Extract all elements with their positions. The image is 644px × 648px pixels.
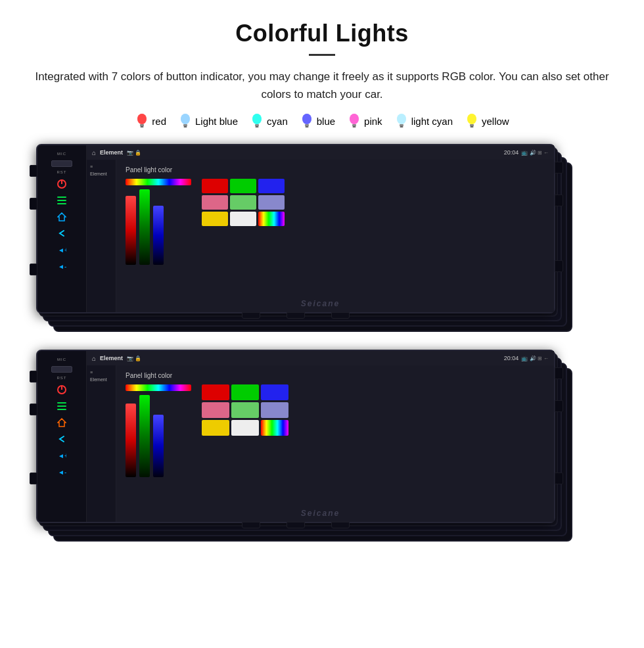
color-label-yellow: yellow [482,116,509,127]
svg-marker-33 [58,213,66,221]
b-vol-down-btn[interactable]: ◄- [55,465,68,478]
svg-rect-23 [400,126,403,127]
b-grid-cell-lightblue2[interactable] [261,402,288,418]
svg-rect-6 [183,124,187,126]
grid-cell-red[interactable] [202,179,228,193]
b-grid-cell-green[interactable] [231,384,259,400]
grid-row-1 [202,179,285,193]
menu-btn[interactable] [55,194,68,207]
home-btn[interactable] [55,210,68,223]
grid-cell-white[interactable] [230,212,256,226]
b-device-screen: ⌂ Element 📷 🔒 20:04 📺 🔊 ⊞ ← ≡ Element [87,351,554,522]
main-device-top: MIC RST [36,144,555,313]
back-btn[interactable] [55,227,68,240]
b-android-topbar: ⌂ Element 📷 🔒 20:04 📺 🔊 ⊞ ← [87,351,554,365]
b-grid-cell-yellow[interactable] [202,420,229,436]
color-item-cyan: cyan [250,112,288,129]
svg-rect-11 [256,126,259,127]
b-grid-row-2 [202,402,288,418]
bottom-tabs [242,312,350,319]
svg-rect-3 [141,126,144,127]
b-left-side-panel: MIC RST ◄+ [37,351,87,522]
b-bottom-tab-3 [331,522,350,528]
b-grid-cell-blue[interactable] [261,384,288,400]
svg-text:◄+: ◄+ [58,246,66,254]
grid-cell-yellow[interactable] [202,212,228,226]
svg-point-9 [252,114,262,124]
topbar-time: 20:04 [504,149,519,156]
b-grid-cell-lightgreen[interactable] [231,402,259,418]
page-title: Colorful Lights [26,20,618,47]
nav-element-label: Element [89,170,114,177]
main-device-bottom: MIC RST ◄+ [36,350,555,523]
color-indicators: red Light blue cyan [26,112,618,129]
b-panel-light-title: Panel light color [126,372,545,379]
b-power-btn[interactable] [55,383,68,396]
grid-cell-pink[interactable] [202,195,228,210]
color-label-blue: blue [317,116,335,127]
svg-rect-31 [57,200,66,201]
grid-cell-lightblue2[interactable] [258,195,285,210]
color-item-red: red [135,112,166,129]
svg-rect-19 [353,126,356,127]
b-mount-tab-left-mid [30,404,37,415]
spectrum-bar [126,179,191,185]
svg-rect-2 [140,124,144,126]
b-vol-up-btn[interactable]: ◄+ [55,449,68,462]
b-screen-nav: ≡ Element [87,365,116,522]
power-btn[interactable] [55,177,68,191]
svg-text:◄+: ◄+ [58,452,66,459]
b-bottom-tabs [242,522,350,528]
b-mount-tab-left-bot [30,473,37,484]
svg-rect-18 [352,124,356,126]
b-screen-content: ≡ Element Panel light color [87,365,554,522]
bottom-tab-2 [287,312,305,319]
svg-rect-26 [470,124,474,126]
b-grid-cell-red[interactable] [202,384,229,400]
mic-label: MIC [57,152,66,156]
color-item-lightblue: Light blue [178,112,238,129]
b-grid-row-3 [202,420,288,436]
vol-up-btn[interactable]: ◄+ [55,243,68,256]
b-grid-cell-pink[interactable] [202,402,229,418]
title-section: Colorful Lights [26,20,618,56]
red-bar [126,196,136,265]
svg-rect-27 [471,126,474,127]
color-label-red: red [152,116,166,127]
b-spectrum-bar [126,384,191,391]
color-grid-section [202,179,285,226]
grid-cell-green[interactable] [230,179,256,193]
page-container: Colorful Lights Integrated with 7 colors… [0,0,644,573]
b-bottom-tab-2 [287,522,305,528]
b-rst-button[interactable] [51,366,72,373]
b-mount-tab-right-mid [555,400,563,412]
svg-point-21 [397,114,406,124]
mount-tab-left-bot [30,264,37,275]
b-mount-tab-right-top [555,367,563,379]
color-item-pink: pink [347,112,382,129]
b-topbar-title: Element [100,355,123,361]
grid-cell-rainbow[interactable] [258,212,285,226]
b-grid-cell-rainbow[interactable] [261,420,288,436]
color-label-pink: pink [364,116,382,127]
grid-cell-lightgreen[interactable] [230,195,256,210]
mount-tab-right-bot [555,260,563,272]
panel-main: Panel light color [116,160,554,312]
b-back-btn[interactable] [55,432,68,446]
svg-rect-14 [305,124,309,126]
b-home-btn[interactable] [55,416,68,429]
b-panel-color-area [126,384,545,477]
rst-button[interactable] [51,160,72,167]
b-green-bar [139,395,150,477]
bottom-tab-1 [242,312,260,319]
svg-point-13 [302,114,311,124]
blue-bulb-icon [300,112,314,129]
mount-tab-right-top [555,162,563,174]
svg-marker-41 [58,419,66,427]
android-topbar: ⌂ Element 📷 🔒 20:04 📺 🔊 ⊞ ← [87,145,554,160]
mount-tab-right-mid [555,195,563,206]
b-menu-btn[interactable] [55,400,68,413]
grid-cell-blue[interactable] [258,179,285,193]
vol-down-btn[interactable]: ◄- [55,260,68,273]
b-grid-cell-white[interactable] [231,420,259,436]
